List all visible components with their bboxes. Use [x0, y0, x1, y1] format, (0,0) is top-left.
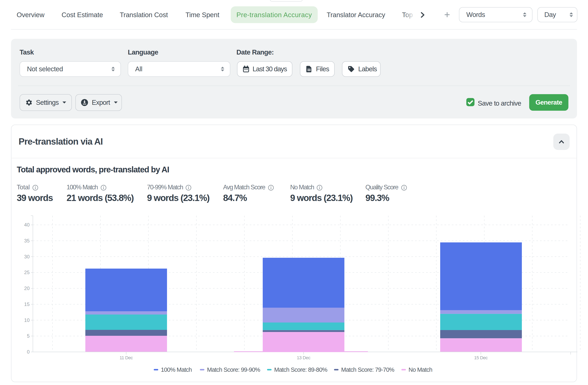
svg-text:11 Dec: 11 Dec: [120, 355, 133, 360]
svg-text:100% Match: 100% Match: [161, 366, 192, 373]
svg-text:25: 25: [24, 270, 30, 275]
svg-text:15: 15: [24, 301, 30, 307]
svg-text:5: 5: [27, 333, 30, 339]
svg-text:15 Dec: 15 Dec: [474, 355, 488, 360]
svg-text:10: 10: [24, 317, 30, 323]
svg-text:0: 0: [27, 349, 30, 355]
svg-text:Match Score: 79-70%: Match Score: 79-70%: [341, 366, 394, 373]
svg-text:35: 35: [24, 238, 30, 243]
svg-text:20: 20: [24, 285, 30, 291]
svg-text:40: 40: [24, 222, 30, 228]
svg-text:No Match: No Match: [409, 366, 432, 373]
svg-text:Match Score: 99-90%: Match Score: 99-90%: [207, 366, 260, 373]
svg-text:Match Score: 89-80%: Match Score: 89-80%: [274, 366, 327, 373]
svg-text:30: 30: [24, 254, 30, 259]
svg-text:13 Dec: 13 Dec: [297, 355, 311, 360]
